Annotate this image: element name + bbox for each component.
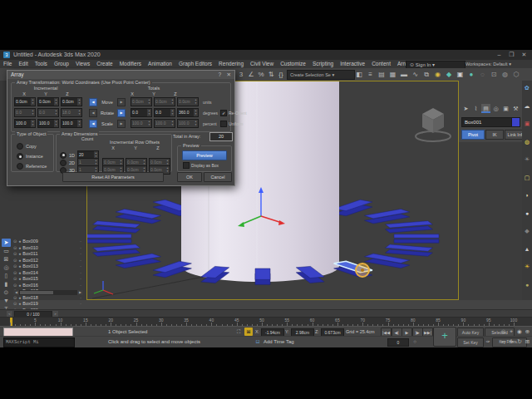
eye-icon[interactable]: ⊙ [13,258,17,263]
docked-icon-blob1[interactable]: ▢ [523,174,531,182]
scale-totals-arrow-button[interactable]: ▶ [117,120,126,128]
menu-create[interactable]: Create [93,60,116,68]
toolbar-extra-icon-1[interactable]: ◌ [478,70,488,79]
docked-icon-sphere[interactable]: ● [523,209,531,218]
incremental-move-y-field[interactable]: 0.0cm▲▼ [37,97,59,106]
type-radio-instance[interactable]: Instance [17,153,43,160]
set-key-button[interactable]: Set Key [457,337,484,347]
explorer-item-box014[interactable]: ⊙●Box014· [13,270,85,277]
rendered-frame-icon[interactable]: ▣ [456,70,466,79]
modify-tab-icon[interactable]: ⌇ [471,104,480,113]
render-production-icon[interactable]: ● [466,70,476,79]
schematic-view-icon[interactable]: ⧉ [421,70,431,79]
zoom-all-icon[interactable]: ⌖ [508,328,515,336]
spinner-icon[interactable]: ▲▼ [54,109,58,116]
zoom-region-icon[interactable]: ▭ [500,337,507,346]
explorer-item-box013[interactable]: ⊙●Box013· [13,264,85,270]
help-icon[interactable]: ? [218,71,221,79]
docked-icon-olive[interactable]: ● [523,281,531,289]
toolbar-extra-icon-2[interactable]: ⊡ [489,70,499,79]
uniform-checkbox[interactable]: Uniform [220,121,244,127]
hierarchy-tab-icon[interactable]: ▤ [481,104,490,113]
menu-civil-view[interactable]: Civil View [247,60,277,68]
display-shape-icon[interactable]: ⊠ [2,255,11,264]
zoom-icon[interactable]: ◎ [500,328,507,336]
menu-scripting[interactable]: Scripting [309,60,337,68]
big-key-button[interactable]: + [433,327,456,347]
pick-parent-icon[interactable]: ▼ [2,297,11,305]
key-mode-toggle-icon[interactable]: ○ [411,337,419,346]
utilities-tab-icon[interactable]: ⚒ [511,104,520,113]
close-button[interactable]: ✕ [519,51,530,59]
explorer-item-box018[interactable]: ⊙●Box018· [13,295,85,302]
docked-icon-flower[interactable]: ✿ [523,84,531,92]
docked-icon-cone[interactable]: ▲ [523,245,531,254]
docked-icon-gear[interactable]: ☀ [523,155,531,164]
isolate-selection-toggle[interactable]: ⛶ [234,328,243,336]
lock-explorer-icon[interactable]: ⊙ [2,288,11,297]
snap-toggle-icon[interactable]: 3 [236,70,246,79]
explorer-item-box015[interactable]: ⊙●Box015· [13,276,85,283]
dialog-titlebar[interactable]: Array ? ✕ [7,71,234,79]
spinner-icon[interactable]: ▲▼ [31,120,35,127]
named-selection-sets-icon[interactable]: {} [276,70,286,79]
explorer-scrollbar[interactable]: ◀ ▶ [13,290,83,295]
maxscript-listener-label[interactable]: MAXScript Mi [3,337,75,347]
spinner-icon[interactable]: ▲▼ [194,109,198,116]
eye-icon[interactable]: ⊙ [13,270,17,275]
rotate-incremental-arrow-button[interactable]: ◀ [89,109,97,117]
spinner-icon[interactable]: ▲▼ [54,98,58,106]
add-time-tag[interactable]: Add Time Tag [264,337,294,347]
docked-icon-sun[interactable]: ☀ [523,263,531,271]
spinner-icon[interactable]: ▲▼ [77,120,81,127]
object-name-field[interactable]: Box001 [461,117,512,127]
toolbar-extra-icon-3[interactable]: ◍ [500,70,510,79]
spinner-icon[interactable]: ▲▼ [170,109,175,116]
docked-icon-bulb[interactable]: ◍ [523,138,531,146]
type-radio-reference[interactable]: Reference [17,163,47,170]
spinner-icon[interactable]: ▲▼ [170,98,175,106]
scroll-left-arrow[interactable]: ◀ [13,290,19,295]
mirror-icon[interactable]: ◧ [354,70,364,79]
ok-button[interactable]: OK [177,172,202,182]
percent-snap-icon[interactable]: % [256,70,266,79]
spinner-icon[interactable]: ▲▼ [147,120,151,127]
material-editor-icon[interactable]: ◉ [433,70,443,79]
spinner-icon[interactable]: ▲▼ [77,109,81,116]
workspaces-dropdown[interactable]: Workspaces: Default ▾ [466,61,529,67]
menu-tools[interactable]: Tools [32,60,51,68]
cancel-button[interactable]: Cancel [204,172,232,182]
menu-rendering[interactable]: Rendering [215,60,247,68]
incremental-scale-x-field[interactable]: 100.0▲▼ [14,119,36,128]
eye-icon[interactable]: ⊙ [13,239,17,244]
minimize-button[interactable]: – [494,51,505,59]
spinner-icon[interactable]: ▲▼ [147,98,151,106]
totals-rotate-x-field[interactable]: 0.0▲▼ [131,108,152,117]
incremental-move-z-field[interactable]: 0.0cm▲▼ [61,97,82,106]
rotate-totals-arrow-button[interactable]: ▶ [117,109,126,117]
eye-icon[interactable]: ⊙ [13,295,17,300]
maximize-button[interactable]: ❒ [506,51,517,59]
orbit-icon[interactable]: ↻ [515,337,523,346]
incremental-move-x-field[interactable]: 0.0cm▲▼ [14,97,36,106]
eye-icon[interactable]: ⊙ [13,264,17,268]
docked-icon-blob2[interactable]: ◗ [523,191,531,200]
explorer-item-box016[interactable]: ⊙●Box016· [13,283,85,289]
eye-icon[interactable]: ⊙ [13,245,17,250]
scene-explorer-icon[interactable]: ▦ [388,70,398,79]
spinner-icon[interactable]: ▲▼ [194,98,198,106]
display-helper-icon[interactable]: ▮ [2,280,11,288]
ik-button[interactable]: IK [485,130,504,140]
menu-animation[interactable]: Animation [145,60,175,68]
toolbar-extra-icon-4[interactable]: ⬡ [511,70,521,79]
menu-group[interactable]: Group [51,60,72,68]
next-frame-arrow[interactable]: > [52,311,58,317]
create-tab-icon[interactable]: ➤ [461,104,470,113]
menu-modifiers[interactable]: Modifiers [116,60,145,68]
eye-icon[interactable]: ⊙ [13,301,17,306]
totals-rotate-z-field[interactable]: 360.0▲▼ [177,108,199,117]
menu-interactive[interactable]: Interactive [337,60,368,68]
curve-editor-icon[interactable]: ∿ [411,70,421,79]
menu-edit[interactable]: Edit [15,60,31,68]
spinner-icon[interactable]: ▲▼ [165,166,170,174]
